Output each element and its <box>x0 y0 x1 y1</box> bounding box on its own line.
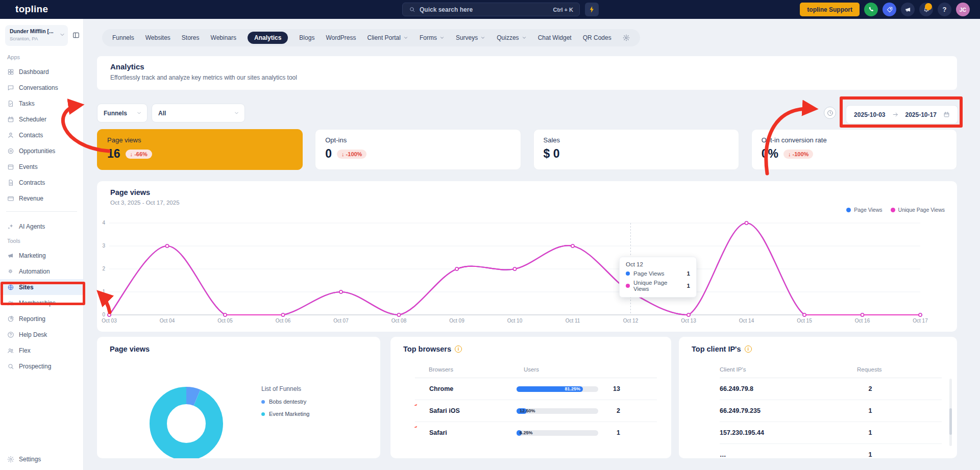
sidebar-item-scheduler[interactable]: Scheduler <box>0 111 83 127</box>
info-icon[interactable]: i <box>455 345 462 353</box>
legend-dot <box>261 412 265 416</box>
account-switcher[interactable]: Dunder Mifflin [... Scranton, PA <box>5 25 68 46</box>
funnel-legend-item-event-marketing[interactable]: Event Marketing <box>261 411 309 417</box>
tooltip-row: Page Views1 <box>626 270 690 277</box>
tab-forms[interactable]: Forms <box>420 34 445 41</box>
sidebar-item-memberships[interactable]: Memberships <box>0 295 83 311</box>
quick-actions-button[interactable] <box>585 3 599 16</box>
table-scrollbar[interactable] <box>949 379 952 446</box>
legend-item-unique-page-views[interactable]: Unique Page Views <box>891 207 945 213</box>
legend-item-page-views[interactable]: Page Views <box>846 207 882 213</box>
notification-dot <box>925 3 932 10</box>
sidebar-item-automation[interactable]: Automation <box>0 263 83 279</box>
stat-card-sales[interactable]: Sales$ 0 <box>533 129 739 170</box>
phone-button[interactable] <box>864 3 878 16</box>
browser-name: Safari <box>429 429 447 436</box>
tab-client-portal[interactable]: Client Portal <box>368 34 408 41</box>
module-tabs: FunnelsWebsitesStoresWebinarsAnalyticsBl… <box>102 29 640 46</box>
tab-webinars[interactable]: Webinars <box>211 34 236 41</box>
stat-value-row: 16↓ -66% <box>107 147 292 161</box>
line-chart[interactable]: 01234Oct 03Oct 04Oct 05Oct 06Oct 07Oct 0… <box>97 218 957 326</box>
sidebar-item-label: Marketing <box>19 252 46 259</box>
tab-surveys[interactable]: Surveys <box>456 34 485 41</box>
sidebar-item-marketing[interactable]: Marketing <box>0 248 83 263</box>
date-preset-button[interactable] <box>824 107 836 119</box>
sidebar-item-dashboard[interactable]: Dashboard <box>0 64 83 80</box>
sidebar-item-contacts[interactable]: Contacts <box>0 127 83 143</box>
scope-filter-select[interactable]: All <box>152 104 245 122</box>
client-ip: 66.249.79.235 <box>720 407 761 414</box>
chat-icon <box>7 84 14 91</box>
tab-stores[interactable]: Stores <box>182 34 200 41</box>
announcements-button[interactable] <box>901 3 915 16</box>
sidebar-collapse-icon[interactable] <box>72 31 80 39</box>
tab-chat-widget[interactable]: Chat Widget <box>538 34 572 41</box>
stat-card-page-views[interactable]: Page views16↓ -66% <box>97 129 303 170</box>
funnels-donut-chart[interactable] <box>148 385 225 458</box>
stat-card-opt-in-conversion-rate[interactable]: Opt-in conversion rate0%↓ -100% <box>751 129 957 170</box>
svg-text:Oct 07: Oct 07 <box>333 318 349 324</box>
nav-settings-icon[interactable] <box>623 34 630 41</box>
svg-text:Oct 08: Oct 08 <box>391 318 407 324</box>
phone-icon <box>868 6 875 13</box>
help-button[interactable]: ? <box>938 3 951 16</box>
browser-row-safari-ios[interactable]: Safari iOS12.50%2 <box>390 400 671 422</box>
target-icon <box>7 147 14 155</box>
app-logo[interactable]: topline <box>15 4 48 15</box>
browser-row-safari[interactable]: Safari6.25%1 <box>390 422 671 444</box>
browser-name: Safari iOS <box>429 407 460 414</box>
tag-icon <box>886 6 893 13</box>
support-button[interactable]: topline Support <box>800 3 860 16</box>
calendar-icon <box>943 111 950 118</box>
tab-wordpress[interactable]: WordPress <box>326 34 356 41</box>
scrollbar-thumb[interactable] <box>949 408 952 435</box>
funnels-filter-select[interactable]: Funnels <box>97 104 148 122</box>
browser-row-chrome[interactable]: Chrome81.25%13 <box>390 378 671 400</box>
sidebar-item-help-desk[interactable]: Help Desk <box>0 327 83 342</box>
sidebar-item-tasks[interactable]: Tasks <box>0 95 83 111</box>
clock-icon <box>827 110 834 116</box>
user-avatar[interactable]: JC <box>956 3 970 16</box>
task-icon <box>7 100 14 107</box>
tab-label: WordPress <box>326 34 356 41</box>
users-icon <box>7 300 14 307</box>
client-ip-row[interactable]: 66.249.79.2351 <box>679 400 957 422</box>
sidebar-item-events[interactable]: Events <box>0 159 83 175</box>
client-ip-row[interactable]: 157.230.195.441 <box>679 422 957 444</box>
date-range-picker[interactable]: 2025-10-03 2025-10-17 <box>846 105 958 124</box>
stat-cards-row: Page views16↓ -66%Opt-ins0↓ -100%Sales$ … <box>97 129 957 170</box>
info-icon[interactable]: i <box>745 345 752 353</box>
client-ip-row[interactable]: 66.249.79.82 <box>679 378 957 400</box>
sidebar-item-revenue[interactable]: Revenue <box>0 190 83 206</box>
notifications-button[interactable] <box>919 3 933 16</box>
sidebar-item-label: Scheduler <box>19 116 46 123</box>
client-ips-col-header: Client IP's <box>720 366 746 373</box>
tab-qr-codes[interactable]: QR Codes <box>583 34 611 41</box>
sidebar-item-settings[interactable]: Settings <box>7 456 41 463</box>
chevron-down-icon <box>403 35 408 40</box>
funnel-legend-item-bobs-dentestry[interactable]: Bobs dentestry <box>261 399 309 405</box>
sidebar-item-contracts[interactable]: Contracts <box>0 175 83 190</box>
chevron-down-icon <box>234 110 239 116</box>
stat-card-opt-ins[interactable]: Opt-ins0↓ -100% <box>315 129 521 170</box>
sidebar-item-flex[interactable]: Flex <box>0 342 83 358</box>
client-ip-row[interactable]: …1 <box>679 444 957 458</box>
tab-websites[interactable]: Websites <box>145 34 170 41</box>
sidebar-item-label: Settings <box>19 456 41 463</box>
tab-label: Analytics <box>254 34 281 41</box>
sidebar-item-reporting[interactable]: Reporting <box>0 311 83 327</box>
tab-analytics[interactable]: Analytics <box>248 32 288 44</box>
tag-button[interactable] <box>883 3 896 16</box>
sidebar-item-ai-agents[interactable]: AI Agents <box>0 218 83 234</box>
sidebar-item-opportunities[interactable]: Opportunities <box>0 143 83 159</box>
search-input[interactable]: Quick search here Ctrl + K <box>402 3 580 16</box>
sidebar-item-prospecting[interactable]: Prospecting <box>0 358 83 374</box>
sidebar-item-sites[interactable]: Sites <box>0 279 83 295</box>
request-count: 2 <box>855 385 886 392</box>
page-header-card: Analytics Effortlessly track and analyze… <box>97 56 957 90</box>
tab-blogs[interactable]: Blogs <box>299 34 314 41</box>
tab-funnels[interactable]: Funnels <box>112 34 134 41</box>
event-icon <box>7 163 14 170</box>
sidebar-item-conversations[interactable]: Conversations <box>0 80 83 95</box>
tab-quizzes[interactable]: Quizzes <box>497 34 526 41</box>
